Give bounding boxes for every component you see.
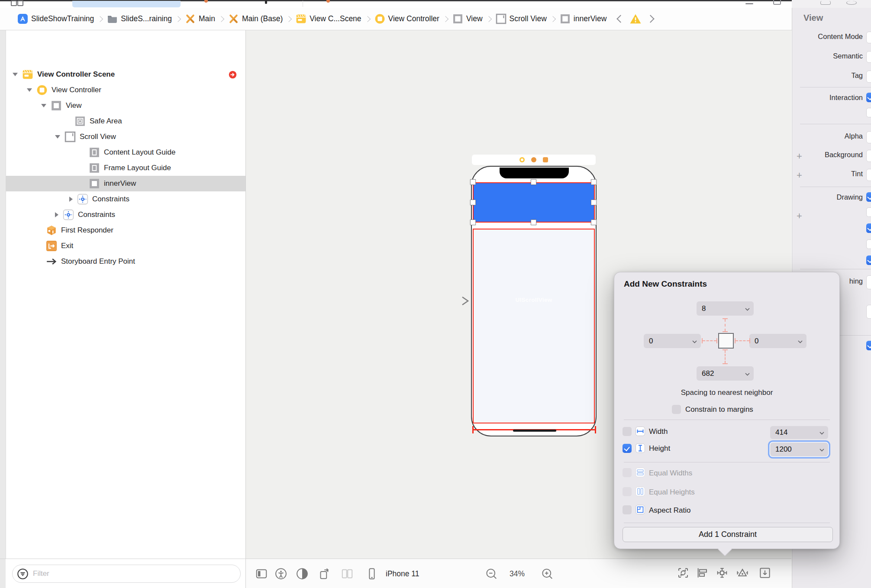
installed-checkbox[interactable]	[866, 341, 871, 350]
content-mode-select[interactable]	[866, 32, 871, 43]
outline-row-frame-layout-guide[interactable]: Frame Layout Guide	[6, 160, 245, 176]
drawing-autoresize-checkbox[interactable]	[866, 255, 871, 265]
inspector-tab-fragment-icon[interactable]	[846, 1, 857, 5]
split-view-icon[interactable]	[341, 567, 354, 580]
drawing-opaque-checkbox[interactable]	[866, 192, 871, 202]
filter-field[interactable]	[12, 565, 241, 583]
bottom-spacing-ibeam-icon[interactable]	[723, 349, 728, 364]
back-chevron-icon[interactable]	[617, 15, 625, 23]
disclosure-open-icon[interactable]	[13, 73, 18, 76]
aspect-ratio-checkbox[interactable]	[623, 505, 632, 514]
warning-icon[interactable]	[629, 13, 642, 24]
jumpbar-item-view-controller[interactable]: View Controller	[374, 13, 439, 24]
right-spacing-dropdown[interactable]: 0	[749, 334, 806, 348]
selection-handle[interactable]	[591, 200, 597, 205]
stretching-y-field[interactable]	[866, 305, 871, 319]
jumpbar-item-innerview[interactable]: innerView	[560, 13, 607, 24]
forward-chevron-icon[interactable]	[647, 15, 655, 23]
left-spacing-dropdown[interactable]: 0	[644, 334, 701, 348]
selection-handle[interactable]	[531, 179, 536, 185]
outline-row-view-controller[interactable]: View Controller	[6, 82, 245, 98]
constrain-to-margins-checkbox[interactable]	[672, 405, 681, 414]
selection-handle[interactable]	[531, 220, 536, 225]
tag-field[interactable]	[866, 71, 871, 83]
device-icon[interactable]	[365, 567, 378, 580]
outline-row-exit[interactable]: Exit	[6, 238, 245, 254]
selection-handle[interactable]	[470, 220, 476, 225]
disclosure-open-icon[interactable]	[55, 135, 60, 139]
outline-row-content-layout-guide[interactable]: Content Layout Guide	[6, 145, 245, 160]
outline-row-constraints-inner[interactable]: Constraints	[6, 191, 245, 207]
background-color-well[interactable]	[866, 150, 871, 162]
filter-input[interactable]	[32, 569, 216, 578]
width-checkbox[interactable]	[623, 427, 632, 436]
add-tint-color-button[interactable]: +	[797, 170, 802, 181]
align-icon[interactable]	[696, 566, 709, 579]
add-new-constraints-icon[interactable]	[716, 566, 729, 579]
scroll-view-canvas[interactable]: UIScrollView	[473, 229, 595, 423]
resolve-autolayout-issues-icon[interactable]	[736, 566, 749, 579]
outline-row-storyboard-entry-point[interactable]: Storyboard Entry Point	[6, 254, 245, 269]
jumpbar-item-view[interactable]: View	[452, 13, 483, 24]
minus-fragment-icon[interactable]	[745, 3, 753, 4]
right-spacing-ibeam-icon[interactable]	[735, 338, 750, 343]
interaction-checkbox[interactable]	[866, 93, 871, 102]
layout-issue-badge-icon[interactable]	[229, 71, 237, 79]
panel-toggle-icon[interactable]	[255, 567, 268, 580]
embed-in-icon[interactable]	[758, 566, 771, 579]
outline-row-first-responder[interactable]: First Responder	[6, 223, 245, 238]
add-background-color-button[interactable]: +	[797, 151, 802, 162]
inspector-tab-fragment-icon[interactable]	[820, 1, 831, 5]
multiple-touch-checkbox[interactable]	[866, 108, 871, 117]
grid-icon[interactable]	[17, 0, 23, 6]
bottom-spacing-dropdown[interactable]: 682	[697, 366, 754, 381]
jumpbar-item-storyboard-base[interactable]: Main (Base)	[228, 13, 283, 24]
drawing-clips-to-bounds-checkbox[interactable]	[866, 239, 871, 249]
top-spacing-ibeam-icon[interactable]	[723, 318, 728, 332]
device-preview-iphone[interactable]: UIScrollView	[471, 166, 597, 436]
jumpbar-item-storyboard[interactable]: Main	[185, 13, 215, 24]
height-value-dropdown[interactable]: 1200	[770, 443, 828, 456]
grid-icon[interactable]	[11, 0, 17, 6]
drawing-clears-graphics-checkbox[interactable]	[866, 223, 871, 233]
height-checkbox[interactable]	[623, 444, 632, 453]
width-value-dropdown[interactable]: 414	[770, 426, 828, 439]
first-responder-mini-icon[interactable]	[531, 157, 536, 162]
left-spacing-ibeam-icon[interactable]	[702, 338, 717, 343]
device-label[interactable]: iPhone 11	[386, 569, 419, 578]
outline-row-view-controller-scene[interactable]: View Controller Scene	[6, 67, 245, 82]
alpha-field[interactable]	[866, 131, 871, 143]
add-drawing-option-button[interactable]: +	[797, 210, 802, 222]
drawing-hidden-checkbox[interactable]	[866, 207, 871, 217]
jumpbar-item-scene[interactable]: View C...Scene	[296, 13, 361, 24]
outline-row-innerview[interactable]: innerView	[6, 176, 245, 191]
disclosure-closed-icon[interactable]	[69, 197, 73, 202]
outline-row-scroll-view[interactable]: Scroll View	[6, 129, 245, 145]
storyboard-entry-arrow-icon[interactable]	[440, 295, 472, 308]
disclosure-open-icon[interactable]	[27, 88, 32, 92]
innerview-selected[interactable]	[473, 182, 595, 223]
disclosure-open-icon[interactable]	[41, 104, 46, 107]
outline-row-safe-area[interactable]: Safe Area	[6, 113, 245, 129]
semantic-select[interactable]	[866, 51, 871, 63]
jumpbar-item-scroll-view[interactable]: Scroll View	[496, 13, 547, 24]
rotate-device-icon[interactable]	[317, 567, 330, 580]
selection-handle[interactable]	[470, 200, 476, 205]
trash-fragment-icon[interactable]	[773, 0, 781, 5]
zoom-out-icon[interactable]	[485, 567, 498, 580]
update-frames-icon[interactable]	[677, 566, 690, 579]
accessibility-icon[interactable]	[274, 567, 287, 580]
selection-handle[interactable]	[591, 220, 597, 225]
stretching-x-field[interactable]	[866, 275, 871, 289]
jumpbar-item-group[interactable]: SlideS...raining	[107, 13, 172, 24]
exit-mini-icon[interactable]	[543, 157, 548, 162]
zoom-level[interactable]: 34%	[510, 569, 525, 578]
view-controller-mini-icon[interactable]	[519, 157, 525, 162]
add-constraint-button[interactable]: Add 1 Constraint	[623, 527, 833, 542]
disclosure-closed-icon[interactable]	[55, 212, 58, 217]
scene-dock[interactable]	[472, 155, 596, 165]
selection-handle[interactable]	[591, 179, 597, 185]
tint-color-well[interactable]	[866, 169, 871, 181]
appearance-icon[interactable]	[296, 567, 309, 580]
top-spacing-dropdown[interactable]: 8	[697, 301, 754, 316]
